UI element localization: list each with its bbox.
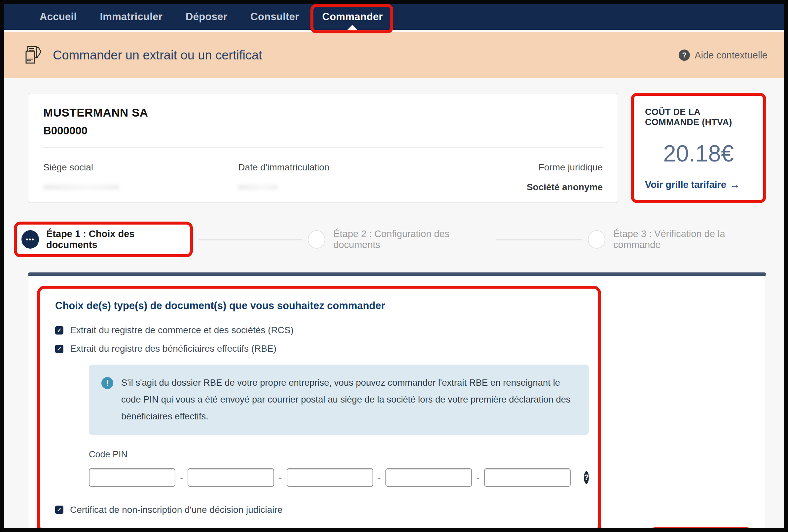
page-header-left: Commander un extrait ou un certificat	[24, 44, 262, 66]
step-3-label: Étape 3 : Vérification de la commande	[613, 229, 766, 250]
company-registration-number: B000000	[43, 124, 603, 137]
step-connector	[199, 239, 302, 240]
top-nav: Accueil Immatriculer Déposer Consulter C…	[4, 4, 784, 32]
step-2-label: Étape 2 : Configuration des documents	[333, 229, 490, 250]
checkbox-row-rbe-extract[interactable]: Extrait du registre des bénéficiaires ef…	[55, 343, 589, 354]
pin-segment-input-4[interactable]	[386, 468, 472, 487]
summary-row: MUSTERMANN SA B000000 Siège social Date …	[28, 93, 766, 203]
rbe-pin-info-box: ! S'il s'agit du dossier RBE de votre pr…	[89, 364, 589, 435]
field-forme-juridique: Forme juridique Société anonyme	[433, 162, 603, 193]
cost-amount: 20.18€	[645, 127, 752, 179]
annotation-highlight-document-choice: Choix de(s) type(s) de document(s) que v…	[37, 285, 601, 532]
pin-help-icon[interactable]: ?	[584, 471, 589, 484]
card-divider	[43, 147, 603, 147]
field-date-immatriculation: Date d'immatriculation	[238, 162, 433, 193]
order-cost-panel: COÛT DE LA COMMANDE (HTVA) 20.18€ Voir g…	[634, 96, 763, 200]
step-2: Étape 2 : Configuration des documents	[308, 229, 490, 250]
pin-code-section: Code PIN - - - - ?	[89, 450, 589, 487]
step-3: Étape 3 : Vérification de la commande	[588, 229, 766, 250]
pin-separator: -	[378, 472, 381, 483]
page-title: Commander un extrait ou un certificat	[53, 48, 262, 62]
contextual-help-label: Aide contextuelle	[694, 50, 768, 61]
main-content: MUSTERMANN SA B000000 Siège social Date …	[4, 78, 784, 532]
checkbox-label: Extrait du registre des bénéficiaires ef…	[70, 343, 276, 354]
next-step-row: Étape suivante	[37, 527, 753, 532]
nav-item-commander[interactable]: Commander	[322, 11, 383, 23]
help-icon: ?	[679, 50, 690, 61]
field-siege-social: Siège social	[43, 162, 238, 193]
annotation-highlight-next-button: Étape suivante	[649, 527, 753, 532]
pin-segment-input-5[interactable]	[484, 468, 571, 487]
checkbox-checked-icon[interactable]	[55, 326, 63, 335]
nav-item-accueil[interactable]: Accueil	[40, 11, 77, 23]
step-1-indicator: •••	[21, 230, 39, 249]
pin-separator: -	[180, 472, 183, 483]
nav-item-label: Commander	[322, 11, 383, 22]
pin-segment-input-3[interactable]	[287, 468, 373, 487]
pin-code-label: Code PIN	[89, 450, 589, 460]
pricing-grid-link-label: Voir grille tarifaire	[645, 179, 726, 190]
nav-item-immatriculer[interactable]: Immatriculer	[100, 11, 162, 23]
step-connector	[496, 239, 582, 240]
pin-segment-input-2[interactable]	[188, 468, 274, 487]
company-card: MUSTERMANN SA B000000 Siège social Date …	[28, 93, 618, 203]
step-3-indicator	[588, 230, 605, 249]
annotation-highlight-step-1: ••• Étape 1 : Choix des documents	[14, 222, 193, 257]
pin-segment-input-1[interactable]	[89, 468, 175, 487]
nav-item-deposer[interactable]: Déposer	[185, 11, 227, 23]
checkbox-checked-icon[interactable]	[55, 345, 63, 353]
annotation-highlight-cost: COÛT DE LA COMMANDE (HTVA) 20.18€ Voir g…	[631, 93, 766, 203]
rbe-pin-info-text: S'il s'agit du dossier RBE de votre prop…	[121, 374, 576, 425]
document-choice-panel: Choix de(s) type(s) de document(s) que v…	[28, 272, 766, 532]
field-label: Date d'immatriculation	[238, 162, 433, 173]
company-name: MUSTERMANN SA	[43, 106, 603, 119]
pin-separator: -	[279, 472, 282, 483]
app-window: Accueil Immatriculer Déposer Consulter C…	[0, 0, 788, 532]
arrow-right-icon: →	[730, 179, 740, 190]
document-choice-title: Choix de(s) type(s) de document(s) que v…	[55, 300, 589, 312]
pin-code-inputs: - - - - ?	[89, 468, 589, 487]
company-fields: Siège social Date d'immatriculation Form…	[43, 162, 603, 193]
info-icon: !	[101, 377, 113, 389]
field-label: Siège social	[43, 162, 238, 173]
pricing-grid-link[interactable]: Voir grille tarifaire →	[645, 179, 752, 190]
page-header: Commander un extrait ou un certificat ? …	[4, 32, 784, 78]
step-1-label: Étape 1 : Choix des documents	[46, 229, 181, 250]
checkbox-label: Extrait du registre de commerce et des s…	[70, 325, 294, 336]
checkbox-checked-icon[interactable]	[55, 506, 63, 514]
pin-separator: -	[477, 472, 479, 483]
cost-title: COÛT DE LA COMMANDE (HTVA)	[645, 107, 752, 127]
checkbox-row-non-inscription-certificate[interactable]: Certificat de non-inscription d'une déci…	[55, 505, 589, 515]
field-label: Forme juridique	[433, 162, 603, 173]
checkbox-label: Certificat de non-inscription d'une déci…	[70, 505, 282, 515]
redacted-value	[43, 184, 119, 190]
redacted-value	[238, 184, 278, 190]
field-value: Société anonyme	[433, 182, 603, 193]
nav-item-consulter[interactable]: Consulter	[250, 11, 299, 23]
contextual-help-button[interactable]: ? Aide contextuelle	[679, 50, 768, 61]
checkbox-row-rcs-extract[interactable]: Extrait du registre de commerce et des s…	[55, 325, 589, 336]
step-2-indicator	[308, 230, 325, 249]
step-wizard: ••• Étape 1 : Choix des documents Étape …	[14, 222, 766, 257]
document-extract-icon	[24, 44, 43, 66]
